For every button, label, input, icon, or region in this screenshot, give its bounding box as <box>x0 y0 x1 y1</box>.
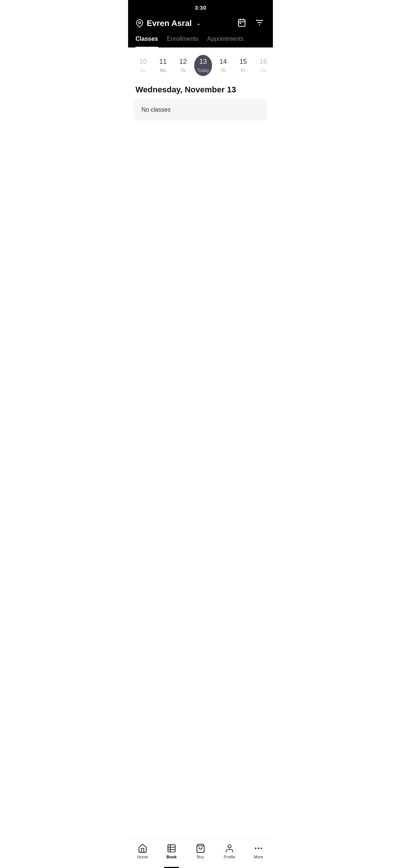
day-number: 13 <box>199 58 207 66</box>
filter-icon <box>255 18 264 27</box>
day-item-mon[interactable]: 11 Mo <box>154 55 172 76</box>
day-item-today[interactable]: 13 Today <box>194 55 212 76</box>
day-label: Today <box>197 68 209 73</box>
svg-rect-1 <box>238 20 245 26</box>
svg-point-0 <box>138 22 141 24</box>
main-content: 10 Su 11 Mo 12 Tu 13 Today 14 Th 15 Fr 1… <box>128 47 273 313</box>
no-classes-text: No classes <box>141 106 170 113</box>
location-icon <box>136 19 144 27</box>
day-label: Fr <box>241 68 245 73</box>
day-item-fri[interactable]: 15 Fr <box>234 55 252 76</box>
day-label: Th <box>221 68 226 73</box>
day-label: Su <box>140 68 146 73</box>
day-number: 15 <box>239 58 247 66</box>
calendar-strip: 10 Su 11 Mo 12 Tu 13 Today 14 Th 15 Fr 1… <box>128 47 273 79</box>
status-time: 3:30 <box>195 4 206 11</box>
day-item-sun[interactable]: 10 Su <box>134 55 152 76</box>
day-label: Sa <box>261 68 266 73</box>
selected-date-heading: Wednesday, November 13 <box>128 79 273 99</box>
chevron-down-icon: ⌄ <box>196 20 201 27</box>
studio-name: Evren Asral <box>147 19 192 28</box>
calendar-icon <box>237 18 246 27</box>
calendar-button[interactable] <box>236 17 248 30</box>
svg-point-5 <box>240 23 241 24</box>
studio-selector[interactable]: Evren Asral ⌄ <box>136 19 201 28</box>
day-label: Mo <box>160 68 166 73</box>
day-number: 12 <box>179 58 187 66</box>
tabs-bar: Classes Enrollments Appointments <box>128 30 273 47</box>
header-actions <box>236 17 265 30</box>
app-header: Evren Asral ⌄ <box>128 12 273 30</box>
day-item-tue[interactable]: 12 Tu <box>174 55 192 76</box>
no-classes-card: No classes <box>134 99 267 121</box>
status-bar: 3:30 <box>128 0 273 12</box>
filter-button[interactable] <box>254 17 265 30</box>
day-number: 14 <box>219 58 227 66</box>
day-number: 10 <box>139 58 147 66</box>
day-label: Tu <box>180 68 186 73</box>
day-number: 16 <box>260 58 267 66</box>
day-number: 11 <box>159 58 167 66</box>
tab-enrollments[interactable]: Enrollments <box>167 36 198 47</box>
day-item-sat[interactable]: 16 Sa <box>254 55 272 76</box>
day-item-thu[interactable]: 14 Th <box>214 55 232 76</box>
tab-appointments[interactable]: Appointments <box>207 36 244 47</box>
tab-classes[interactable]: Classes <box>136 36 158 47</box>
